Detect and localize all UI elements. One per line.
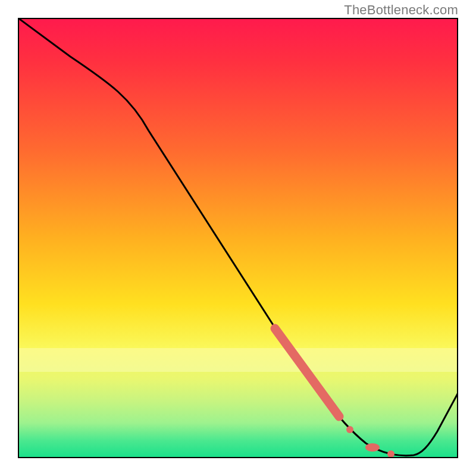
pale-band-upper <box>18 348 458 372</box>
chart-canvas: TheBottleneck.com <box>0 0 476 476</box>
gradient-background <box>18 18 458 458</box>
watermark-text: TheBottleneck.com <box>344 2 458 18</box>
